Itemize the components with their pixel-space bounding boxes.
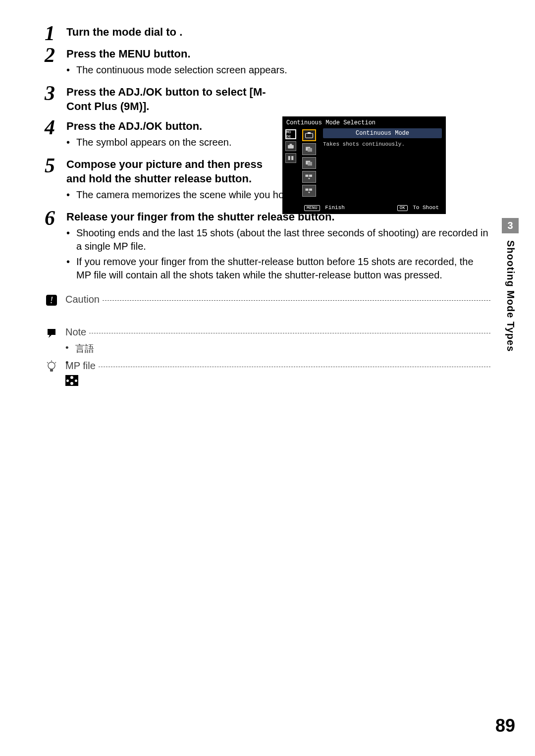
step-number: 2 [45,45,66,65]
svg-rect-12 [308,132,311,134]
camera-mode-name: Continuous Mode [323,128,442,138]
step-sub: The continuous mode selection screen app… [66,63,490,77]
step-number: 6 [45,208,66,228]
camera-option-icon [302,185,316,197]
camera-option-icon [302,143,316,155]
svg-rect-14 [308,148,312,152]
step-3: 3 Press the ADJ./OK button to select [M-… [45,85,490,116]
mpfile-callout: MP file [45,360,490,373]
camera-mode-tab: MO DE [285,129,296,139]
step-number: 1 [45,23,66,44]
divider [99,367,490,367]
note-icon [45,326,58,339]
svg-point-2 [48,362,55,369]
camera-screenshot: Continuous Mode Selection MO DE [282,116,446,214]
step-title: Press the ADJ./OK button to select [M-Co… [66,85,274,114]
note-items: 言語 [65,342,490,355]
step-number: 3 [45,83,66,104]
camera-mode-tabs: MO DE [284,128,297,203]
svg-text:!: ! [50,295,53,305]
svg-rect-9 [288,156,290,160]
camera-option-list [299,128,319,203]
svg-rect-18 [309,175,312,177]
chapter-title: Shooting Mode Types [505,240,516,352]
camera-ok-button-label: OK [397,205,408,211]
camera-ok-action: To Shoot [413,205,439,211]
step-title: Turn the mode dial to . [66,25,490,40]
note-label: Note [65,326,86,338]
step-6: 6 Release your finger from the shutter r… [45,210,490,287]
svg-rect-8 [290,144,292,145]
step-sub: If you remove your finger from the shutt… [66,255,490,282]
step-title: Press the ADJ./OK button. [66,119,274,134]
mp-file-icon [65,375,78,386]
step-2: 2 Press the MENU button. The continuous … [45,47,490,82]
svg-rect-7 [288,145,294,149]
divider [103,300,490,301]
camera-mode-tab [285,141,296,151]
mpfile-label: MP file [65,360,96,372]
note-callout: Note [45,326,490,339]
camera-mode-tab [285,153,296,163]
page-number: 89 [495,715,515,736]
step-1: 1 Turn the mode dial to . [45,25,490,44]
step-sub: The symbol appears on the screen. [66,136,274,149]
lightbulb-icon [45,360,58,373]
page-content: 1 Turn the mode dial to . 2 Press the ME… [45,25,490,388]
step-title: Compose your picture and then press and … [66,157,274,186]
svg-line-6 [55,362,56,363]
step-sub: Shooting ends and the last 15 shots (abo… [66,226,490,253]
svg-rect-10 [291,156,293,160]
camera-option-icon [302,171,316,183]
caution-callout: ! Caution [45,294,490,307]
svg-rect-17 [306,175,309,177]
svg-rect-16 [308,162,312,166]
chapter-number: 3 [502,218,519,233]
camera-option-icon [302,129,316,141]
camera-screen-title: Continuous Mode Selection [284,118,444,128]
svg-line-5 [47,362,48,363]
svg-rect-11 [306,133,313,138]
step-number: 4 [45,117,66,138]
camera-option-icon [302,157,316,169]
caution-icon: ! [45,294,58,307]
svg-rect-3 [50,369,53,372]
camera-footer: MENU Finish OK To Shoot [284,203,444,212]
caution-label: Caution [65,294,100,305]
step-title: Press the MENU button. [66,47,490,61]
svg-rect-20 [309,189,312,191]
svg-rect-19 [306,189,309,191]
divider [89,333,490,333]
step-number: 5 [45,155,66,176]
camera-menu-button-label: MENU [304,205,320,211]
note-item: 言語 [65,342,490,355]
camera-menu-action: Finish [325,205,345,211]
side-tab: 3 Shooting Mode Types [500,218,520,352]
camera-mode-description: Takes shots continuously. [323,141,442,147]
